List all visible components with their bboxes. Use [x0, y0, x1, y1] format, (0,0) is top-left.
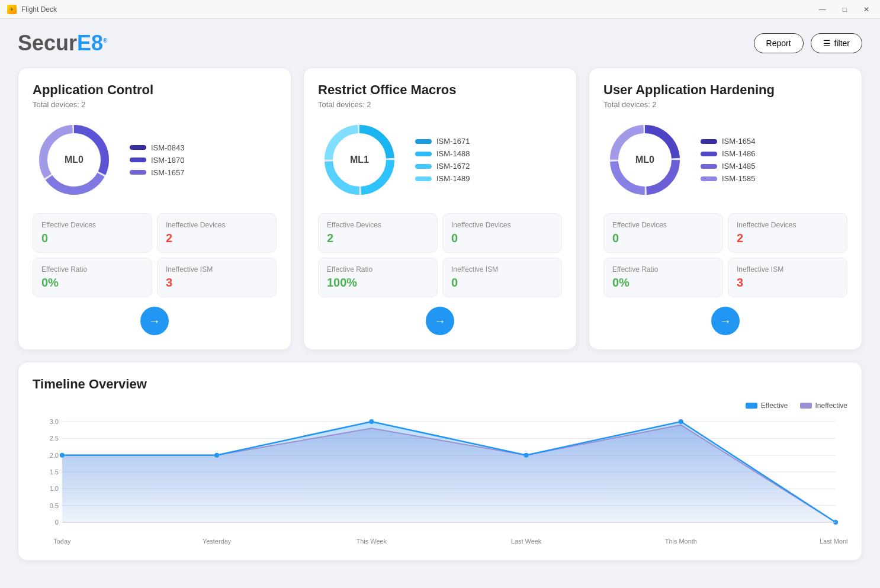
legend-item: ISM-0843: [130, 143, 184, 152]
titlebar-controls: — □ ✕: [815, 4, 873, 15]
x-label: This Month: [665, 538, 697, 545]
stat-label: Effective Ratio: [327, 265, 429, 274]
card-footer: →: [33, 307, 277, 335]
chart-legend-label: Effective: [761, 401, 788, 410]
legend-label: ISM-0843: [151, 143, 184, 152]
main-content: SecurE8® Report ☰ filter Application Con…: [0, 19, 880, 573]
stat-value: 0: [451, 232, 553, 245]
stat-box: Effective Ratio 100%: [318, 258, 438, 297]
chart-legend: Effective Ineffective: [33, 401, 847, 410]
legend-item: ISM-1585: [701, 174, 755, 183]
filter-icon: ☰: [823, 38, 831, 48]
legend-label: ISM-1486: [722, 149, 755, 158]
card-subtitle: Total devices: 2: [603, 100, 847, 109]
card-app-control: Application Control Total devices: 2 ML0…: [18, 68, 291, 350]
stats-grid: Effective Devices 2 Ineffective Devices …: [318, 213, 562, 297]
donut-container: ML1: [318, 118, 401, 201]
legend-label: ISM-1485: [722, 162, 755, 171]
legend-color: [130, 145, 146, 150]
legend-label: ISM-1870: [151, 156, 184, 165]
stat-value: 0: [612, 232, 714, 245]
close-button[interactable]: ✕: [860, 4, 873, 15]
stat-label: Ineffective Devices: [451, 221, 553, 229]
y-label: 2.0: [50, 452, 59, 459]
chart-area: 00.51.01.52.02.53.0 TodayYesterdayThis W…: [33, 416, 847, 546]
stat-label: Effective Devices: [612, 221, 714, 229]
stat-value: 0: [41, 232, 143, 245]
timeline-card: Timeline Overview Effective Ineffective …: [18, 362, 862, 561]
legend-item: ISM-1488: [415, 149, 470, 158]
legend-color: [130, 158, 146, 162]
x-label: Last Month: [820, 538, 847, 545]
card-footer: →: [603, 307, 847, 335]
legend-label: ISM-1488: [436, 149, 470, 158]
minimize-button[interactable]: —: [815, 4, 830, 15]
chart-dot: [60, 453, 65, 458]
legend-item: ISM-1654: [701, 137, 755, 146]
legend: ISM-0843 ISM-1870 ISM-1657: [130, 143, 184, 177]
header: SecurE8® Report ☰ filter: [18, 31, 862, 56]
card-user-app-hardening: User Application Hardening Total devices…: [589, 68, 862, 350]
stats-grid: Effective Devices 0 Ineffective Devices …: [33, 213, 277, 297]
y-label: 0.5: [50, 502, 59, 509]
stat-box: Ineffective Devices 2: [157, 213, 277, 253]
legend: ISM-1671 ISM-1488 ISM-1672 ISM-1489: [415, 137, 470, 183]
logo-dot: ®: [103, 37, 107, 44]
stat-value: 2: [737, 232, 839, 245]
navigate-button[interactable]: →: [426, 307, 454, 335]
legend-item: ISM-1672: [415, 162, 470, 171]
legend-label: ISM-1654: [722, 137, 755, 146]
stat-box: Effective Ratio 0%: [33, 258, 152, 297]
legend-color: [701, 152, 717, 156]
report-button[interactable]: Report: [754, 33, 804, 53]
stat-value: 3: [737, 276, 839, 290]
y-label: 1.0: [50, 485, 59, 492]
stat-label: Effective Devices: [41, 221, 143, 229]
card-title: Application Control: [33, 82, 277, 98]
legend-item: ISM-1485: [701, 162, 755, 171]
legend-label: ISM-1489: [436, 174, 470, 183]
maximize-button[interactable]: □: [839, 4, 850, 15]
chart-dot: [524, 453, 529, 458]
app-icon: ✈: [7, 5, 17, 14]
legend-color: [130, 170, 146, 175]
stat-value: 0%: [41, 276, 143, 290]
x-label: Last Week: [511, 538, 542, 545]
stat-box: Effective Devices 2: [318, 213, 438, 253]
y-label: 2.5: [50, 435, 59, 442]
legend-color: [701, 176, 717, 181]
x-label: Today: [53, 538, 71, 545]
stat-label: Ineffective Devices: [737, 221, 839, 229]
legend-item: ISM-1489: [415, 174, 470, 183]
legend-color: [415, 152, 432, 156]
y-label: 3.0: [50, 418, 59, 425]
card-footer: →: [318, 307, 562, 335]
card-title: Restrict Office Macros: [318, 82, 562, 98]
stats-grid: Effective Devices 0 Ineffective Devices …: [603, 213, 847, 297]
chart-legend-item: Effective: [746, 401, 788, 410]
legend-item: ISM-1671: [415, 137, 470, 146]
header-buttons: Report ☰ filter: [754, 33, 862, 53]
navigate-button[interactable]: →: [140, 307, 169, 335]
titlebar-left: ✈ Flight Deck: [7, 5, 57, 14]
filter-button[interactable]: ☰ filter: [811, 33, 862, 53]
stat-value: 100%: [327, 276, 429, 290]
donut-label: ML0: [65, 155, 83, 165]
stat-label: Effective Ratio: [612, 265, 714, 274]
stat-box: Effective Devices 0: [33, 213, 152, 253]
stat-label: Ineffective Devices: [166, 221, 268, 229]
stat-box: Ineffective ISM 0: [442, 258, 562, 297]
legend-label: ISM-1585: [722, 174, 755, 183]
eff-fill: [62, 422, 836, 522]
legend-color: [415, 164, 432, 169]
chart-legend-item: Ineffective: [800, 401, 847, 410]
legend-color: [701, 139, 717, 144]
navigate-button[interactable]: →: [711, 307, 740, 335]
donut-section: ML0 ISM-0843 ISM-1870 ISM-1657: [33, 118, 277, 201]
x-label: This Week: [357, 538, 387, 545]
card-title: User Application Hardening: [603, 82, 847, 98]
stat-label: Effective Devices: [327, 221, 429, 229]
card-subtitle: Total devices: 2: [33, 100, 277, 109]
legend-item: ISM-1486: [701, 149, 755, 158]
legend-color: [415, 139, 432, 144]
